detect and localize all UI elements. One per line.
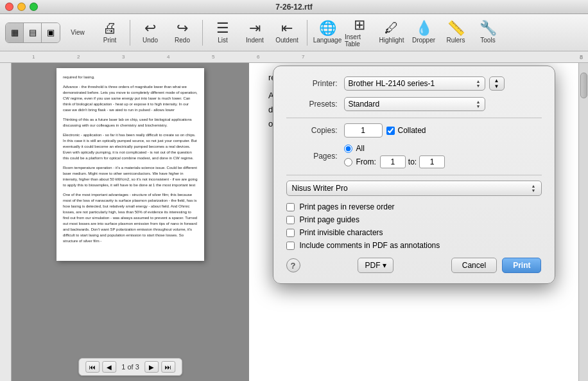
rulers-tool-btn[interactable]: 📏 Rulers [441, 17, 471, 48]
main-content: required for lasing. Advance - the thres… [0, 63, 588, 381]
printer-row: Printer: Brother HL-2140 series-1 ▲▼ ▲ ▼ [286, 76, 542, 91]
redo-tool-btn[interactable]: ↪ Redo [168, 17, 197, 48]
title-bar: 7-26-12.rtf [0, 0, 588, 14]
copies-control: 1 Collated [344, 123, 542, 137]
print-tool-btn[interactable]: 🖨 Print [95, 17, 125, 48]
printer-stepper[interactable]: ▲ ▼ [489, 76, 505, 91]
scroll-thumb[interactable] [580, 73, 587, 98]
copies-input[interactable]: 1 [344, 123, 383, 137]
list-tool-btn[interactable]: ☰ List [208, 17, 238, 48]
view-seg-3[interactable]: ▣ [42, 23, 60, 42]
doc-para-4: Electronic - application - so far it has… [63, 132, 198, 161]
indent-icon: ⇥ [249, 21, 261, 35]
next-page-button[interactable]: ▶ [144, 361, 159, 373]
tools-icon: 🔧 [480, 21, 497, 35]
window-title: 7-26-12.rtf [275, 3, 312, 12]
divider-2 [286, 175, 542, 175]
document-text: required for lasing. Advance - the thres… [63, 75, 198, 244]
printer-arrows: ▲▼ [476, 79, 481, 88]
document-area: required for lasing. Advance - the thres… [12, 63, 249, 381]
collated-label[interactable]: Collated [386, 126, 426, 135]
print-dialog: Printer: Brother HL-2140 series-1 ▲▼ ▲ ▼ [273, 66, 555, 284]
presets-select[interactable]: Standard ▲▼ [344, 97, 485, 111]
maximize-button[interactable] [30, 3, 38, 11]
reverse-order-checkbox[interactable] [286, 203, 295, 211]
language-icon: 🌐 [319, 21, 336, 35]
presets-label: Presets: [286, 100, 338, 109]
list-icon: ☰ [216, 21, 229, 35]
view-seg-1[interactable]: ▦ [6, 23, 24, 42]
background-doc-area: required for lasing. Advance - the thres… [249, 63, 578, 381]
doc-para-short: required for lasing. [63, 75, 198, 80]
outdent-tool-btn[interactable]: ⇤ Outdent [272, 17, 302, 48]
page-navigation: ⏮ ◀ 1 of 3 ▶ ⏭ [78, 358, 182, 376]
separator-2 [202, 20, 203, 46]
indent-tool-btn[interactable]: ⇥ Indent [240, 17, 270, 48]
help-button[interactable]: ? [286, 258, 300, 272]
redo-icon: ↪ [177, 21, 188, 35]
app-dropdown-text: Nisus Writer Pro [292, 184, 528, 193]
toolbar: ▦ ▤ ▣ View 🖨 Print ↩ Undo ↪ Redo ☰ List … [0, 14, 588, 51]
print-label: Print [513, 261, 530, 270]
pages-group: All From: to: [344, 144, 445, 168]
pages-label: Pages: [286, 152, 338, 161]
from-pages-radio[interactable] [344, 158, 352, 166]
insert-table-icon: ⊞ [354, 18, 365, 32]
close-button[interactable] [5, 3, 13, 11]
app-dropdown[interactable]: Nisus Writer Pro ▲▼ [286, 181, 542, 196]
all-pages-radio[interactable] [344, 145, 352, 153]
view-tool-btn[interactable]: View [63, 17, 92, 48]
last-page-button[interactable]: ⏭ [161, 361, 175, 373]
insert-table-tool-btn[interactable]: ⊞ Insert Table [345, 17, 374, 48]
view-button-group[interactable]: ▦ ▤ ▣ [5, 22, 60, 43]
window-controls [5, 3, 38, 11]
pages-row: Pages: All From: [286, 144, 542, 168]
check-row-1: Print pages in reverse order [286, 202, 542, 211]
from-input[interactable] [380, 155, 406, 168]
print-button[interactable]: Print [502, 258, 541, 273]
copies-label: Copies: [286, 126, 338, 135]
check-row-4: Include comments in PDF as annotations [286, 241, 542, 250]
dropper-tool-btn[interactable]: 💧 Dropper [409, 17, 438, 48]
pdf-button[interactable]: PDF ▾ [358, 258, 393, 273]
cancel-button[interactable]: Cancel [451, 258, 497, 273]
doc-para-2: Advance - the threshold is three orders … [63, 84, 198, 113]
invisible-chars-checkbox[interactable] [286, 229, 295, 237]
rulers-icon: 📏 [447, 21, 465, 35]
copies-row: Copies: 1 Collated [286, 123, 542, 137]
printer-select[interactable]: Brother HL-2140 series-1 ▲▼ [344, 76, 485, 91]
separator-1 [130, 20, 130, 46]
presets-value: Standard [349, 100, 472, 109]
collated-text: Collated [398, 126, 426, 135]
separator-3 [307, 20, 307, 46]
invisible-chars-label: Print invisible characters [300, 228, 383, 237]
collated-checkbox[interactable] [386, 127, 395, 135]
view-seg-2[interactable]: ▤ [24, 23, 42, 42]
printer-control: Brother HL-2140 series-1 ▲▼ ▲ ▼ [344, 76, 542, 91]
outdent-icon: ⇤ [281, 21, 293, 35]
prev-page-button[interactable]: ◀ [102, 361, 116, 373]
checkboxes-section: Print pages in reverse order Print page … [286, 202, 542, 250]
cancel-label: Cancel [462, 261, 486, 270]
presets-arrows: ▲▼ [476, 100, 481, 109]
undo-icon: ↩ [144, 21, 156, 35]
page-guides-checkbox[interactable] [286, 216, 295, 224]
highlight-tool-btn[interactable]: 🖊 Highlight [377, 17, 406, 48]
minimize-button[interactable] [17, 3, 26, 11]
to-input[interactable] [419, 155, 445, 168]
tools-tool-btn[interactable]: 🔧 Tools [473, 17, 503, 48]
all-pages-label: All [356, 144, 365, 153]
doc-para-5: Room temperature operation - it's a mate… [63, 165, 198, 188]
scrollbar-right[interactable] [578, 63, 588, 381]
dialog-bottom: ? PDF ▾ Cancel Print [286, 258, 542, 273]
undo-tool-btn[interactable]: ↩ Undo [135, 17, 165, 48]
pdf-button-label: PDF ▾ [365, 261, 386, 270]
presets-control: Standard ▲▼ [344, 97, 542, 111]
language-tool-btn[interactable]: 🌐 Language [313, 17, 342, 48]
print-icon: 🖨 [103, 21, 117, 35]
pdf-annotations-checkbox[interactable] [286, 242, 295, 250]
from-label: From: [356, 157, 376, 166]
doc-para-6: One of the most important advantages - s… [63, 192, 198, 244]
first-page-button[interactable]: ⏮ [85, 361, 99, 373]
printer-value: Brother HL-2140 series-1 [349, 79, 472, 88]
